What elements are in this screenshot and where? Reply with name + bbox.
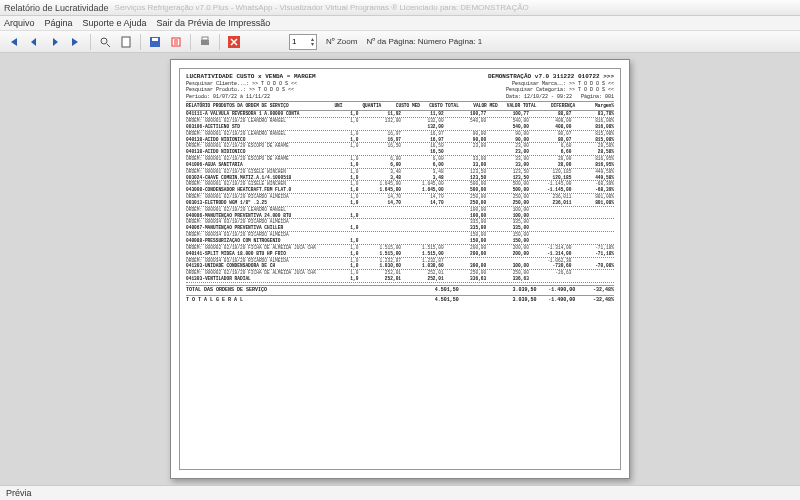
menubar: Arquivo Página Suporte e Ajuda Sair da P… [0,16,800,31]
save-button[interactable] [146,33,164,51]
nav-prev-button[interactable] [25,33,43,51]
report-item-row: 040138-ACIDO NIDIONICO1,016,9716,9790,00… [186,137,614,144]
report-data: Data: 12/10/22 - 09:22 [506,94,572,100]
page-layout-button[interactable] [117,33,135,51]
report-title-left: LUCRATIVIDADE CUSTO x VENDA = MARGEM [186,73,316,81]
zoom-tool-button[interactable] [96,33,114,51]
menu-sair[interactable]: Sair da Prévia de Impressão [157,18,271,28]
spinner-arrows-icon[interactable]: ▴▾ [311,37,314,47]
window-titlebar: Relatório de Lucratividade Serviços Refr… [0,0,800,16]
toolbar-separator [190,34,191,50]
report-item-row: 003024-CHAVE COMBIN.MATIZ.A.1/4.10005181… [186,175,614,182]
export-button[interactable] [167,33,185,51]
statusbar: Prévia [0,485,800,500]
window-subtitle: Serviços Refrigeração v7.0 Plus - WhatsA… [115,3,529,12]
toolbar: 1 ▴▾ Nº Zoom Nº da Página: Número Página… [0,31,800,53]
menu-pagina[interactable]: Página [45,18,73,28]
report-item-row: 041111-A VALVULA REVERSORA 1 A.00000 CON… [186,111,614,118]
menu-suporte[interactable]: Suporte e Ajuda [83,18,147,28]
toolbar-separator [219,34,220,50]
window-title: Relatório de Lucratividade [4,3,109,13]
toolbar-separator [140,34,141,50]
nav-last-button[interactable] [67,33,85,51]
toolbar-separator [90,34,91,50]
report-item-row: 040141-SPLIT MIDEA 18.000 BTU HP FRIO1,0… [186,251,614,258]
report-item-row: 040086-MANUTENÇÃO PREVENTIVA 24.000 BTU1… [186,213,614,220]
menu-arquivo[interactable]: Arquivo [4,18,35,28]
report-pagina: Página: 001 [581,94,614,100]
report-item-row: 040138-ACIDO NIDIONICO16,5023,006,6028,5… [186,149,614,156]
zoom-spinner[interactable]: 1 ▴▾ [289,34,317,50]
svg-rect-1 [122,37,130,47]
svg-rect-6 [202,37,208,40]
report-item-row: 003013-ELETRODO WGM 1/8" .3.251,014,7014… [186,200,614,207]
page-label: Nº da Página: Número Página: 1 [366,37,482,46]
nav-first-button[interactable] [4,33,22,51]
report-body: LUCRATIVIDADE CUSTO x VENDA = MARGEM DEM… [179,68,621,470]
report-columns: RELATÓRIO PRODUTOS DA ORDEM DE SERVIÇOUN… [186,103,614,111]
report-item-row: 003106-ACETILENO STD132,00540,00408,0081… [186,124,614,131]
status-text: Prévia [6,488,32,498]
print-button[interactable] [196,33,214,51]
report-periodo: Período: 01/07/22 à 11/11/22 [186,94,270,101]
report-total-geral: T O T A L G E R A L4.501,503.039,50-1.49… [186,295,614,304]
svg-point-7 [207,41,208,42]
svg-point-0 [101,38,107,44]
preview-viewport: LUCRATIVIDADE CUSTO x VENDA = MARGEM DEM… [0,53,800,485]
report-total-os: TOTAL DAS ORDENS DE SERVIÇO4.501,503.039… [186,285,614,294]
zoom-value: 1 [292,37,296,46]
report-item-row: 040088-PRESSURIZAÇÃO COM NITROGÊNIO1,015… [186,238,614,245]
report-item-row: 041006-ÁGUA SANITÁRIA1,06,006,0033,0033,… [186,162,614,169]
svg-rect-3 [152,38,158,41]
report-item-row: 040067-MANUTENÇÃO PREVENTIVA CHILLER1,03… [186,225,614,232]
report-title-right: DEMONSTRAÇÃO v7.0 311222 010722 >>> [488,73,614,81]
close-preview-button[interactable] [225,33,243,51]
page-preview: LUCRATIVIDADE CUSTO x VENDA = MARGEM DEM… [170,59,630,479]
report-item-row: 043008-CONDENSADOR HEATCRAFT.FBM FLAT.01… [186,187,614,194]
report-item-row: 041303-VENTILADOR RADIAL1,0252,01252,013… [186,276,614,283]
zoom-label: Nº Zoom [326,37,357,46]
report-item-row: 041303-UNIDADE CONDENSADORA DE CH1,01.03… [186,263,614,270]
nav-next-button[interactable] [46,33,64,51]
